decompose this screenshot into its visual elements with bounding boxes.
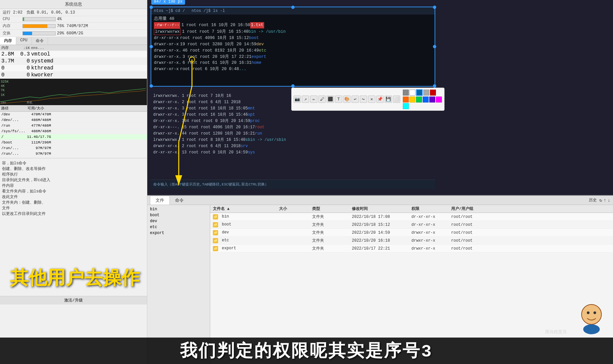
mem-progress [23, 24, 56, 28]
proc-cpu-3: 0 [15, 65, 31, 71]
file-user-5: root/root [451, 246, 491, 251]
toolbar-fill[interactable]: 🎨 [343, 96, 351, 103]
disk-size-2: 486M/486M [24, 118, 51, 122]
toolbar-close[interactable]: ✕ [368, 96, 375, 103]
disk-path-5: / [1, 135, 24, 139]
process-row-2: 3.7M 0 systemd [0, 58, 147, 65]
tree-item-export[interactable]: export [149, 230, 209, 236]
file-date-1: 2022/10/18 17:08 [352, 215, 411, 219]
swap-label: 交换 [3, 30, 23, 36]
toolbar-brush[interactable]: 🖊 [318, 96, 326, 103]
extra-line-6: dr-xr-x---. 15 root root 4096 10月 20 16:… [151, 124, 429, 130]
perm-5: drwxr-xr-x. [154, 48, 181, 54]
cpu-progress [23, 17, 56, 21]
color-yellow[interactable] [409, 97, 415, 102]
file-type-2: 文件夹 [312, 222, 352, 227]
toolbar-text[interactable]: T [335, 96, 342, 103]
left-text-4: 目录到此文件夹，即cd进入 [2, 177, 145, 183]
toolbar-undo[interactable]: ↩ [352, 96, 359, 103]
chart-area: 325K 4K 7K 1K 1ms 本机 [0, 79, 147, 105]
process-header: 内存 ↓1K ens... [0, 45, 147, 51]
tree-item-boot[interactable]: boot [149, 212, 209, 218]
fm-up-btn[interactable]: ↑ [603, 198, 606, 203]
left-text-8: 文件夹内：创建、删除、 [2, 200, 145, 205]
fm-file-3[interactable]: 📁 dev 文件夹 2022/10/20 14:59 drwxr-xr-x ro… [210, 229, 613, 237]
disk-path-2: /dev/... [1, 118, 24, 122]
proc-cpu-2: 0 [15, 58, 31, 64]
disk-size-3: 477M/486M [24, 124, 51, 128]
color-white[interactable] [409, 90, 415, 96]
color-blue[interactable] [423, 97, 429, 102]
left-text-6: 看文件夹内容，如ls命令 [2, 188, 145, 194]
col-size: 大小 [279, 206, 312, 212]
fm-file-1[interactable]: 📁 bin 文件夹 2022/10/18 17:08 dr-xr-xr-x ro… [210, 213, 613, 221]
color-green[interactable] [416, 97, 422, 102]
fm-tab-file[interactable]: 文件 [150, 196, 170, 205]
fm-file-4[interactable]: 📁 etc 文件夹 2022/10/20 16:18 drwxr-xr-x ro… [210, 237, 613, 245]
toolbar-screenshot[interactable]: 📷 [294, 96, 301, 103]
col-header-name: ens... [31, 46, 146, 50]
tree-item-dev[interactable]: dev [149, 218, 209, 224]
disk-row-2: /dev/... 486M/486M [0, 117, 147, 123]
file-user-1: root/root [451, 215, 491, 219]
fm-file-5[interactable]: 📁 export 文件夹 2022/10/17 22:21 drwxr-xr-x… [210, 245, 613, 253]
file-perm-3: drwxr-xr-x [411, 230, 451, 235]
color-selected-blue[interactable] [416, 89, 423, 96]
proc-cpu-1: 0.3 [15, 51, 31, 57]
fm-col-headers: 文件名 ▲ 大小 类型 修改时间 权限 用户/用户组 [210, 205, 613, 213]
file-name-5: 📁 export [213, 246, 279, 251]
tree-item-bin[interactable]: bin [149, 206, 209, 212]
tab-cmd[interactable]: 命令 [32, 37, 48, 45]
toolbar-copy[interactable]: ⬜ [393, 96, 400, 103]
color-magenta[interactable] [436, 97, 442, 102]
file-name-1: 📁 bin [213, 214, 279, 220]
extra-line-9: drwxr-xr-x. 2 root root 6 4月 11 2018 srv [151, 143, 429, 149]
tab-cpu[interactable]: CPU [16, 37, 32, 45]
fm-tab-cmd[interactable]: 命令 [170, 196, 189, 205]
file-type-1: 文件夹 [312, 214, 352, 220]
activate-label: 激活/升级 [64, 298, 82, 303]
color-gray[interactable] [403, 90, 409, 96]
folder-icon-3: 📁 [213, 230, 218, 235]
tab-mem[interactable]: 内存 [0, 37, 16, 45]
color-red[interactable] [430, 90, 436, 96]
svg-text:1ms: 1ms [1, 101, 6, 104]
proc-mem-1: 2.8M [1, 51, 15, 57]
cpu-label: CPU [3, 17, 23, 21]
proc-mem-2: 3.7M [1, 58, 15, 64]
toolbar-arrow[interactable]: ↗ [302, 96, 309, 103]
col-header-cpu: ↓1K [15, 46, 31, 50]
tree-item-etc[interactable]: etc [149, 224, 209, 230]
fm-file-2[interactable]: 📁 boot 文件夹 2022/10/18 15:12 dr-xr-xr-x r… [210, 221, 613, 229]
total-line: 总用量 40 [154, 16, 432, 22]
terminal-path1: ntos ~]$ cd / [154, 9, 185, 13]
watermark: 黑马程度员 [545, 329, 567, 335]
color-purple[interactable] [429, 97, 435, 102]
svg-point-9 [587, 311, 589, 314]
disk-path-6: /boot [1, 141, 24, 144]
color-cyan[interactable] [403, 103, 409, 109]
col-filename: 文件名 ▲ [213, 206, 279, 212]
disk-row-7: /run/... 97M/97M [0, 145, 147, 151]
extra-line-10: dr-xr-xr-x. 13 root root 0 10月 20 14:59 … [151, 149, 429, 155]
meta-8: root root 6 10月 20 0:48 [180, 66, 239, 72]
cpu-row: CPU 4% [0, 16, 147, 22]
proc-name-4: kworker [31, 72, 146, 78]
file-type-3: 文件夹 [312, 230, 352, 235]
meta-7: 6 root root 61 10月 20 16:31 [183, 60, 252, 66]
toolbar-pin[interactable]: 📌 [376, 96, 384, 103]
terminal-line-4: drwxr-xr-x 19 root root 3280 10月 20 14:5… [154, 41, 432, 48]
toolbar-rect[interactable]: ⬛ [327, 96, 334, 103]
toolbar-pen[interactable]: ✏ [310, 96, 317, 103]
color-lightgray[interactable] [423, 90, 429, 96]
disk-size-4: 486M/486M [24, 129, 51, 133]
fm-download-btn[interactable]: ↓ [608, 198, 610, 203]
color-orange[interactable] [403, 97, 409, 102]
left-text-1: 容，如ls命令 [2, 160, 145, 166]
total-text: 总用量 40 [154, 16, 174, 22]
fm-refresh-btn[interactable]: ↻ [599, 197, 602, 203]
process-row-1: 2.8M 0.3 vmtool [0, 51, 147, 58]
toolbar-redo[interactable]: ↪ [360, 96, 367, 103]
toolbar-save[interactable]: 💾 [385, 96, 392, 103]
name-5: etc [259, 48, 266, 54]
